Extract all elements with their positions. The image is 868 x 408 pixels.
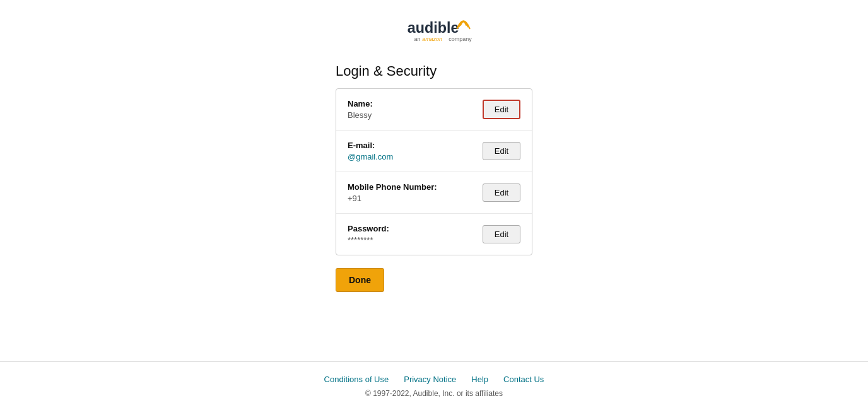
password-row: Password: ******** Edit	[336, 214, 532, 255]
phone-label: Mobile Phone Number:	[348, 182, 483, 192]
done-button[interactable]: Done	[336, 268, 384, 292]
security-box: Name: Blessy Edit E-mail: @gmail.com Edi…	[336, 88, 532, 255]
name-edit-button[interactable]: Edit	[483, 100, 520, 119]
footer-links: Conditions of Use Privacy Notice Help Co…	[0, 375, 868, 384]
svg-text:amazon: amazon	[422, 36, 442, 42]
footer-copyright: © 1997-2022, Audible, Inc. or its affili…	[0, 389, 868, 398]
page-title: Login & Security	[336, 63, 437, 79]
password-label: Password:	[348, 224, 483, 233]
svg-text:company: company	[449, 36, 472, 42]
phone-edit-button[interactable]: Edit	[483, 184, 520, 202]
privacy-notice-link[interactable]: Privacy Notice	[404, 375, 456, 384]
password-info: Password: ********	[348, 224, 483, 245]
help-link[interactable]: Help	[471, 375, 488, 384]
name-label: Name:	[348, 99, 483, 108]
audible-logo: audible an amazon company	[396, 13, 472, 45]
contact-us-link[interactable]: Contact Us	[503, 375, 544, 384]
phone-value: +91	[348, 194, 483, 203]
password-value: ********	[348, 235, 483, 245]
email-row: E-mail: @gmail.com Edit	[336, 131, 532, 172]
email-label: E-mail:	[348, 141, 483, 150]
email-info: E-mail: @gmail.com	[348, 141, 483, 161]
email-edit-button[interactable]: Edit	[483, 142, 520, 160]
email-value: @gmail.com	[348, 152, 483, 161]
name-row: Name: Blessy Edit	[336, 89, 532, 131]
logo-area: audible an amazon company	[396, 13, 472, 48]
svg-text:audible: audible	[408, 20, 459, 36]
main-content: audible an amazon company Login & Securi…	[0, 0, 868, 361]
phone-row: Mobile Phone Number: +91 Edit	[336, 172, 532, 214]
svg-text:an: an	[414, 36, 421, 42]
conditions-of-use-link[interactable]: Conditions of Use	[324, 375, 389, 384]
password-edit-button[interactable]: Edit	[483, 225, 520, 243]
name-info: Name: Blessy	[348, 99, 483, 120]
form-container: Login & Security Name: Blessy Edit E-mai…	[336, 63, 532, 292]
phone-info: Mobile Phone Number: +91	[348, 182, 483, 203]
footer: Conditions of Use Privacy Notice Help Co…	[0, 361, 868, 408]
name-value: Blessy	[348, 110, 483, 120]
